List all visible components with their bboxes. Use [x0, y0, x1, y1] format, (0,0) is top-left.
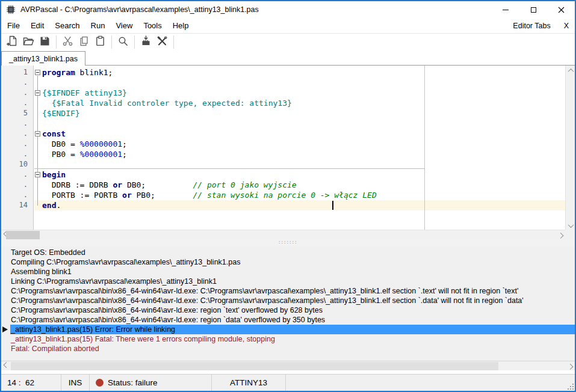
message-row[interactable]: Linking C:\Programs\avr\avrpascal\exampl…	[1, 277, 575, 286]
menu-items: FileEditSearchRunViewToolsHelp	[1, 21, 193, 30]
open-folder-button[interactable]	[20, 34, 37, 50]
new-file-button[interactable]	[4, 34, 20, 50]
code-token: blink1;	[75, 68, 113, 77]
code-line	[34, 78, 565, 88]
menu-item-help[interactable]: Help	[168, 21, 194, 30]
minimize-icon	[503, 10, 509, 10]
line-number: .	[1, 78, 28, 88]
message-row[interactable]: Fatal: Compilation aborted	[1, 344, 575, 354]
search-button[interactable]	[115, 34, 131, 50]
code-token: begin	[42, 170, 66, 179]
minimize-button[interactable]	[492, 1, 519, 18]
cut-icon	[62, 35, 73, 49]
scroll-left-button[interactable]	[1, 361, 11, 370]
scroll-down-button[interactable]	[566, 221, 575, 230]
new-file-icon	[7, 35, 18, 49]
empty-cell	[286, 375, 575, 391]
status-failure-icon	[96, 379, 104, 387]
menu-right: Editor TabsX	[513, 22, 569, 30]
tools-icon	[156, 35, 168, 49]
code-line: DDRB := DDRB or DB0; // port 0 jako wyjs…	[34, 180, 565, 190]
menu-item-tools[interactable]: Tools	[138, 21, 166, 30]
message-row-selected[interactable]: _attiny13_blink1.pas(15) Error: Error wh…	[1, 325, 575, 334]
tabbar: _attiny13_blink1.pas	[1, 51, 575, 65]
close-button[interactable]	[547, 1, 575, 18]
scrollbar-thumb[interactable]	[11, 362, 498, 370]
maximize-button[interactable]	[519, 1, 547, 18]
message-row[interactable]: Compiling C:\Programs\avr\avrpascal\exam…	[1, 257, 575, 267]
menu-right-x[interactable]: X	[564, 22, 569, 30]
code-token: {$Fatal Invalid controler type, expected…	[42, 99, 292, 108]
menubar: FileEditSearchRunViewToolsHelp Editor Ta…	[1, 18, 575, 34]
open-folder-icon	[23, 35, 34, 49]
toolbar	[1, 34, 575, 51]
code-token: or	[122, 191, 132, 200]
close-icon	[558, 7, 565, 13]
code-line: end.	[34, 200, 565, 210]
menu-item-run[interactable]: Run	[86, 21, 110, 30]
menu-item-edit[interactable]: Edit	[26, 21, 49, 30]
line-number: .	[1, 139, 28, 149]
scroll-right-button[interactable]	[565, 361, 575, 370]
code-token: ;	[122, 139, 127, 149]
message-row[interactable]: C:\Programs\avr\avrpascal\bin\x86_64-win…	[1, 296, 575, 305]
code-line: {$ENDIF}	[34, 108, 565, 118]
code-line: {$Fatal Invalid controler type, expected…	[34, 98, 565, 108]
menu-item-view[interactable]: View	[111, 21, 137, 30]
code-token: .	[56, 201, 61, 210]
code-editor[interactable]: program blink1;{$IFNDEF attiny13} {$Fata…	[1, 65, 575, 239]
search-icon	[117, 35, 129, 49]
scroll-up-button[interactable]	[566, 66, 575, 75]
message-row[interactable]: Target OS: Embedded	[1, 248, 575, 257]
toolbar-separator	[173, 35, 174, 49]
fold-marker-icon[interactable]	[35, 70, 40, 75]
toolbar-separator	[56, 35, 57, 49]
scroll-right-button[interactable]	[556, 230, 565, 239]
paste-button[interactable]	[92, 34, 108, 50]
flash-chip-button[interactable]	[138, 34, 154, 50]
line-number: .	[1, 190, 28, 200]
editor-horizontal-scrollbar[interactable]	[1, 230, 565, 239]
code-token: PB0 =	[42, 150, 80, 159]
message-row[interactable]: Assembling blink1	[1, 267, 575, 277]
app-window: AVRPascal - C:\Programs\avr\avrpascal\ex…	[0, 0, 576, 392]
splitter-grip-icon: ··············	[279, 240, 297, 245]
menu-right-editor-tabs[interactable]: Editor Tabs	[513, 22, 550, 30]
code-token: or	[113, 180, 122, 189]
copy-icon	[78, 35, 90, 49]
code-token: // port 0 jako wyjscie	[193, 180, 296, 189]
toolbar-separator	[134, 35, 135, 49]
tools-button[interactable]	[154, 34, 170, 50]
menu-item-search[interactable]: Search	[50, 21, 84, 30]
code-token: {$ENDIF}	[42, 109, 80, 118]
line-number: 10	[1, 159, 28, 170]
cut-button[interactable]	[60, 34, 76, 50]
code-token: DB0 =	[42, 139, 80, 149]
menu-item-file[interactable]: File	[2, 21, 25, 30]
message-row[interactable]: C:\Programs\avr\avrpascal\bin\x86_64-win…	[1, 305, 575, 315]
tab-attiny13-blink1-pas[interactable]: _attiny13_blink1.pas	[1, 51, 85, 66]
code-token: {$IFNDEF attiny13}	[42, 88, 127, 97]
scrollbar-thumb[interactable]	[6, 231, 40, 239]
line-number: 14	[1, 200, 28, 210]
message-row[interactable]: C:\Programs\avr\avrpascal\bin\x86_64-win…	[1, 286, 575, 296]
messages-horizontal-scrollbar[interactable]	[1, 361, 575, 370]
line-number: .	[1, 149, 28, 159]
message-row[interactable]: _attiny13_blink1.pas(15) Fatal: There we…	[1, 334, 575, 344]
copy-button[interactable]	[76, 34, 92, 50]
scrollbar-corner	[565, 230, 575, 239]
line-number: .	[1, 129, 28, 139]
fold-marker-icon[interactable]	[35, 90, 40, 96]
message-row[interactable]: C:\Programs\avr\avrpascal\bin\x86_64-win…	[1, 315, 575, 325]
code-token: const	[42, 129, 66, 138]
fold-marker-icon[interactable]	[35, 131, 40, 136]
code-token: program	[42, 68, 75, 77]
panel-splitter[interactable]: ··············	[1, 239, 575, 247]
resize-grip-icon[interactable]	[568, 384, 574, 390]
text-caret	[332, 201, 333, 210]
code-token: PB0;	[132, 191, 193, 200]
save-button[interactable]	[37, 34, 53, 50]
editor-vertical-scrollbar[interactable]	[565, 66, 575, 230]
fold-marker-icon[interactable]	[35, 172, 40, 177]
line-number: 5	[1, 108, 28, 118]
